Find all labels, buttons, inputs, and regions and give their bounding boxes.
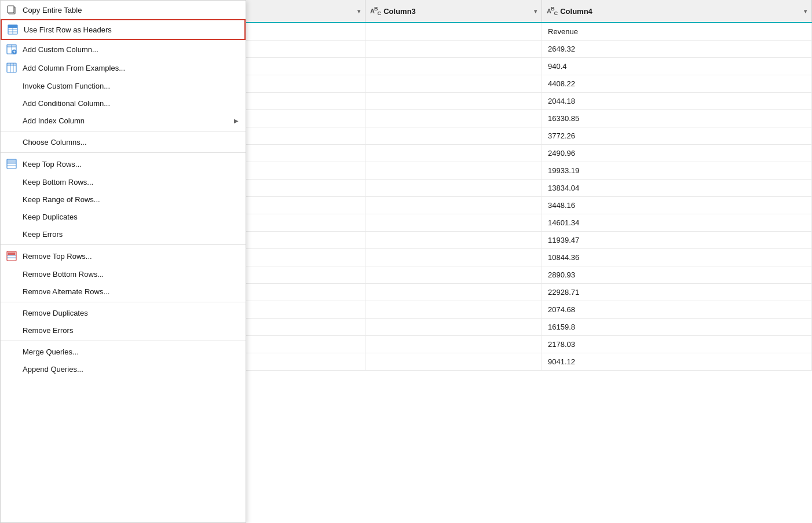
remove-alt-rows-label: Remove Alternate Rows...: [23, 287, 239, 296]
table-cell-col4: 2490.96: [542, 145, 812, 162]
add-custom-col-label: Add Custom Column...: [23, 45, 239, 54]
col3-name: Column3: [383, 7, 531, 16]
add-index-col-submenu-arrow: ▶: [234, 118, 239, 124]
copy-table-icon: [5, 3, 18, 16]
add-col-examples-label: Add Column From Examples...: [23, 64, 239, 72]
menu-item-add-custom-col[interactable]: Add Custom Column...: [1, 40, 246, 58]
remove-duplicates-label: Remove Duplicates: [23, 309, 239, 317]
col3-dropdown[interactable]: ▾: [534, 8, 537, 14]
table-cell-col4: 2044.18: [542, 93, 812, 109]
use-first-row-label: Use First Row as Headers: [24, 25, 237, 34]
table-cell-col3: [365, 266, 542, 283]
menu-item-keep-bottom-rows[interactable]: Keep Bottom Rows...: [1, 173, 246, 191]
table-cell-col3: [365, 75, 542, 92]
menu-divider-7: [1, 131, 246, 131]
col4-name: Column4: [560, 7, 800, 16]
col4-dropdown[interactable]: ▾: [804, 8, 807, 14]
table-cell-col3: [365, 301, 542, 318]
menu-item-append-queries[interactable]: Append Queries...: [1, 360, 246, 378]
remove-bottom-rows-label: Remove Bottom Rows...: [23, 270, 239, 279]
menu-item-add-index-col[interactable]: Add Index Column▶: [1, 112, 246, 129]
table-cell-col4: 11939.47: [542, 232, 812, 248]
table-cell-col3: [365, 232, 542, 248]
table-cell-col4: 2890.93: [542, 266, 812, 283]
table-cell-col3: [365, 353, 542, 370]
table-cell-col3: [365, 214, 542, 231]
menu-item-use-first-row[interactable]: Use First Row as Headers: [1, 19, 246, 40]
context-menu: Copy Entire Table Use First Row as Heade…: [0, 0, 246, 523]
table-cell-col3: [365, 284, 542, 301]
menu-item-remove-bottom-rows[interactable]: Remove Bottom Rows...: [1, 265, 246, 283]
menu-item-merge-queries[interactable]: Merge Queries...: [1, 343, 246, 360]
copy-table-label: Copy Entire Table: [23, 6, 239, 14]
table-cell-col4: 22928.71: [542, 284, 812, 301]
table-cell-col4: 3448.16: [542, 197, 812, 214]
table-cell-col3: [365, 58, 542, 75]
use-first-row-icon: [6, 23, 19, 36]
menu-item-remove-alt-rows[interactable]: Remove Alternate Rows...: [1, 283, 246, 300]
append-queries-label: Append Queries...: [23, 365, 239, 374]
table-cell-col3: [365, 162, 542, 179]
choose-cols-label: Choose Columns...: [23, 138, 239, 147]
table-cell-col4: 14601.34: [542, 214, 812, 231]
add-col-examples-icon: [5, 61, 18, 74]
table-cell-col3: [365, 336, 542, 353]
keep-duplicates-label: Keep Duplicates: [23, 213, 239, 221]
menu-item-remove-top-rows[interactable]: Remove Top Rows...: [1, 247, 246, 265]
menu-item-remove-duplicates[interactable]: Remove Duplicates: [1, 304, 246, 321]
menu-item-copy-table[interactable]: Copy Entire Table: [1, 1, 246, 19]
table-cell-col4: 9041.12: [542, 353, 812, 370]
table-cell-col3: [365, 127, 542, 144]
col2-dropdown[interactable]: ▾: [357, 8, 360, 14]
table-cell-col3: [365, 23, 542, 40]
column-header-4[interactable]: ABC Column4 ▾: [542, 0, 812, 22]
menu-item-remove-errors[interactable]: Remove Errors: [1, 321, 246, 339]
remove-errors-label: Remove Errors: [23, 326, 239, 335]
table-cell-col3: [365, 110, 542, 127]
menu-item-keep-errors[interactable]: Keep Errors: [1, 225, 246, 243]
menu-item-choose-cols[interactable]: Choose Columns...: [1, 133, 246, 151]
col3-type-icon: ABC: [370, 6, 381, 16]
table-cell-col4: 2074.68: [542, 301, 812, 318]
table-cell-col4: 4408.22: [542, 75, 812, 92]
add-index-col-label: Add Index Column: [23, 116, 234, 125]
menu-item-keep-range-rows[interactable]: Keep Range of Rows...: [1, 191, 246, 208]
keep-top-rows-label: Keep Top Rows...: [23, 160, 239, 169]
table-cell-col3: [365, 180, 542, 196]
add-conditional-col-label: Add Conditional Column...: [23, 99, 239, 108]
table-cell-col4: 10844.36: [542, 249, 812, 266]
column-header-3[interactable]: ABC Column3 ▾: [365, 0, 542, 22]
menu-divider-19: [1, 302, 246, 302]
menu-item-add-conditional-col[interactable]: Add Conditional Column...: [1, 94, 246, 112]
remove-top-rows-label: Remove Top Rows...: [23, 252, 239, 261]
menu-item-keep-top-rows[interactable]: Keep Top Rows...: [1, 155, 246, 173]
col4-type-icon: ABC: [547, 6, 557, 16]
menu-item-invoke-custom-fn[interactable]: Invoke Custom Function...: [1, 77, 246, 94]
svg-rect-15: [7, 63, 16, 65]
add-custom-col-icon: [5, 43, 18, 56]
keep-top-rows-icon: [5, 158, 18, 170]
main-container: Copy Entire Table Use First Row as Heade…: [0, 0, 812, 523]
invoke-custom-fn-label: Invoke Custom Function...: [23, 82, 239, 90]
keep-range-rows-label: Keep Range of Rows...: [23, 195, 239, 204]
table-cell-col4: 13834.04: [542, 180, 812, 196]
menu-divider-9: [1, 152, 246, 153]
menu-divider-15: [1, 244, 246, 245]
table-cell-col4: Revenue: [542, 23, 812, 40]
keep-errors-label: Keep Errors: [23, 230, 239, 239]
menu-item-keep-duplicates[interactable]: Keep Duplicates: [1, 208, 246, 225]
table-cell-col4: 2649.32: [542, 41, 812, 57]
table-cell-col4: 19933.19: [542, 162, 812, 179]
remove-top-rows-icon: [5, 250, 18, 262]
table-cell-col3: [365, 249, 542, 266]
menu-item-add-col-examples[interactable]: Add Column From Examples...: [1, 58, 246, 77]
table-cell-col4: 16159.8: [542, 319, 812, 335]
table-cell-col4: 2178.03: [542, 336, 812, 353]
table-cell-col3: [365, 197, 542, 214]
table-cell-col4: 16330.85: [542, 110, 812, 127]
table-cell-col4: 940.4: [542, 58, 812, 75]
table-cell-col3: [365, 145, 542, 162]
table-cell-col3: [365, 41, 542, 57]
table-cell-col4: 3772.26: [542, 127, 812, 144]
svg-rect-3: [8, 25, 17, 28]
